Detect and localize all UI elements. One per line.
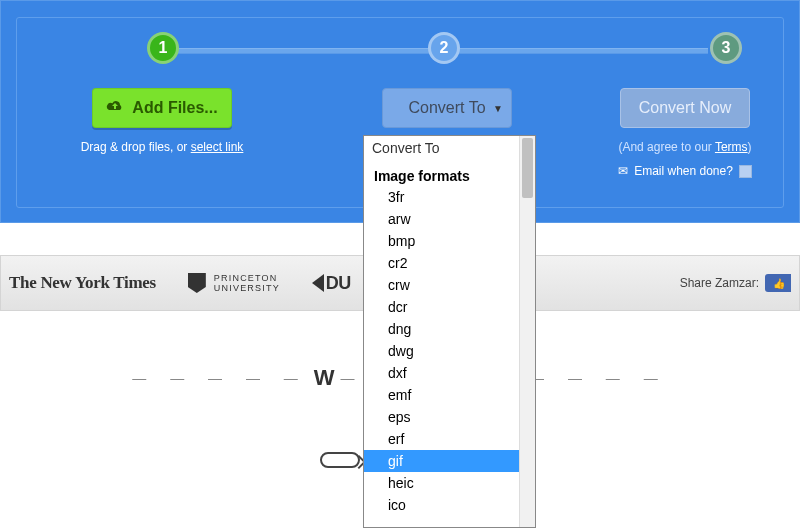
- convert-to-dropdown[interactable]: Convert To Image formats 3frarwbmpcr2crw…: [363, 135, 536, 528]
- princeton-logo: PRINCETON UNIVERSITY: [188, 273, 280, 293]
- col-add: Add Files... Drag & drop files, or selec…: [17, 88, 307, 178]
- step-indicator: 1 2 3: [17, 32, 783, 64]
- scrollbar-thumb[interactable]: [522, 138, 533, 198]
- step-3-badge: 3: [710, 32, 742, 64]
- terms-link[interactable]: Terms: [715, 140, 748, 154]
- dropdown-option-eps[interactable]: eps: [388, 406, 535, 428]
- capsule-shape: [320, 452, 360, 468]
- caret-down-icon: ▼: [493, 103, 503, 114]
- dropdown-option-emf[interactable]: emf: [388, 384, 535, 406]
- share-label: Share Zamzar:: [680, 276, 759, 290]
- add-files-label: Add Files...: [132, 99, 217, 117]
- col-convert-now: Convert Now (And agree to our Terms) ✉ E…: [587, 88, 783, 178]
- envelope-icon: ✉: [618, 164, 628, 178]
- dropdown-option-heic[interactable]: heic: [388, 472, 535, 494]
- convert-to-select[interactable]: Convert To ▼: [382, 88, 512, 128]
- dropdown-option-dng[interactable]: dng: [388, 318, 535, 340]
- dropdown-option-dwg[interactable]: dwg: [388, 340, 535, 362]
- dropdown-option-erf[interactable]: erf: [388, 428, 535, 450]
- drag-drop-hint: Drag & drop files, or select link: [81, 140, 244, 154]
- dropdown-section-label: Image formats: [364, 160, 535, 186]
- dropdown-option-bmp[interactable]: bmp: [388, 230, 535, 252]
- thumb-up-icon: [773, 277, 785, 289]
- dropdown-option-arw[interactable]: arw: [388, 208, 535, 230]
- dropdown-list: 3frarwbmpcr2crwdcrdngdwgdxfemfepserfgifh…: [364, 186, 535, 516]
- dropdown-option-cr2[interactable]: cr2: [388, 252, 535, 274]
- princeton-bot: UNIVERSITY: [214, 283, 280, 293]
- agree-pre: (And agree to our: [618, 140, 715, 154]
- dropdown-header: Convert To: [364, 136, 535, 160]
- agree-text: (And agree to our Terms): [618, 140, 751, 154]
- email-checkbox[interactable]: [739, 165, 752, 178]
- nyt-logo: The New York Times: [9, 273, 156, 293]
- triangle-left-icon: [312, 274, 324, 292]
- duo-logo-fragment: DU: [312, 273, 351, 294]
- facebook-like-button[interactable]: [765, 274, 791, 292]
- dash-left: — — — — —: [132, 370, 308, 386]
- dropdown-option-gif[interactable]: gif: [364, 450, 535, 472]
- share-row: Share Zamzar:: [680, 274, 791, 292]
- agree-post: ): [748, 140, 752, 154]
- email-label: Email when done?: [634, 164, 733, 178]
- dropdown-option-dcr[interactable]: dcr: [388, 296, 535, 318]
- hint-pre: Drag & drop files, or: [81, 140, 191, 154]
- dropdown-option-dxf[interactable]: dxf: [388, 362, 535, 384]
- divider-w: W: [314, 365, 335, 391]
- convert-to-label: Convert To: [408, 99, 485, 117]
- convert-now-button[interactable]: Convert Now: [620, 88, 750, 128]
- select-link[interactable]: select link: [191, 140, 244, 154]
- princeton-top: PRINCETON: [214, 273, 280, 283]
- step-1-badge: 1: [147, 32, 179, 64]
- upload-cloud-icon: [106, 99, 124, 117]
- email-row: ✉ Email when done?: [618, 164, 752, 178]
- dropdown-option-3fr[interactable]: 3fr: [388, 186, 535, 208]
- princeton-text: PRINCETON UNIVERSITY: [214, 273, 280, 293]
- dropdown-option-crw[interactable]: crw: [388, 274, 535, 296]
- dropdown-scrollbar[interactable]: [519, 136, 535, 527]
- duo-text: DU: [326, 273, 351, 294]
- convert-now-label: Convert Now: [639, 99, 731, 117]
- add-files-button[interactable]: Add Files...: [92, 88, 232, 128]
- dropdown-option-ico[interactable]: ico: [388, 494, 535, 516]
- step-2-badge: 2: [428, 32, 460, 64]
- shield-icon: [188, 273, 206, 293]
